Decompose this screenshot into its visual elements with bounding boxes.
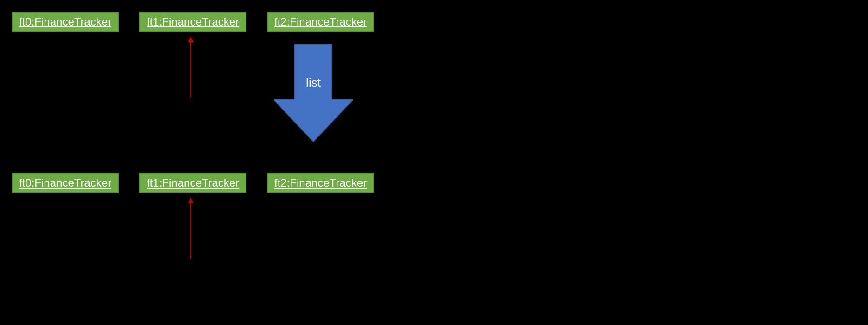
svg-marker-0 [274, 44, 353, 142]
red-arrow-bottom [190, 198, 191, 259]
object-ft0-top: ft0:FinanceTracker [12, 12, 119, 32]
list-arrow-icon [274, 44, 353, 143]
object-ft0-bottom: ft0:FinanceTracker [12, 173, 119, 193]
red-arrow-top [190, 37, 191, 98]
object-ft2-top: ft2:FinanceTracker [267, 12, 374, 32]
list-arrow-label: list [290, 76, 337, 90]
object-ft1-top: ft1:FinanceTracker [139, 12, 246, 32]
object-ft2-bottom: ft2:FinanceTracker [267, 173, 374, 193]
object-ft1-bottom: ft1:FinanceTracker [139, 173, 246, 193]
